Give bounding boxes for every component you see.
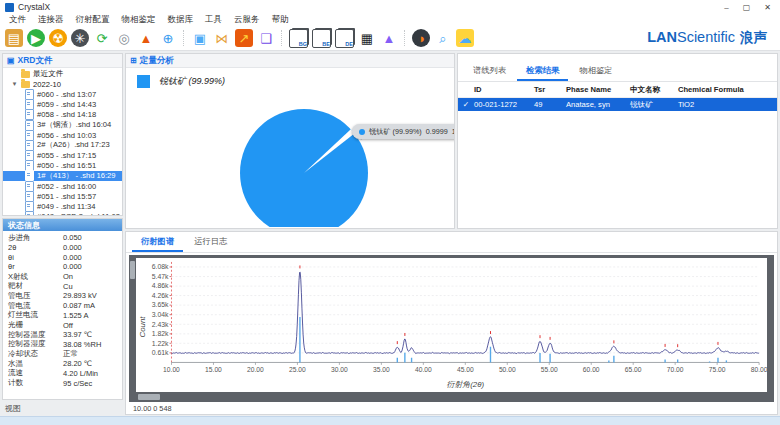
menu-item-6[interactable]: 云服务 xyxy=(234,14,260,26)
status-row: 控制器湿度38.08 %RH xyxy=(8,340,117,350)
menu-item-3[interactable]: 物相鉴定 xyxy=(122,14,156,26)
start-measure-icon[interactable]: ▶ xyxy=(27,29,45,47)
report-chart-icon[interactable]: ↗ xyxy=(235,29,253,47)
status-value: 4.20 L/Min xyxy=(63,369,98,378)
tree-file[interactable]: #051 - .shd 15:57 xyxy=(3,191,122,201)
refresh-icon[interactable]: ⟳ xyxy=(93,29,111,47)
status-row: θr0.000 xyxy=(8,262,117,272)
brand-logo: LANScientific浪声 xyxy=(647,29,775,47)
tree-file[interactable]: 1#（413） - .shd 16:29 xyxy=(3,171,122,181)
pie-chart[interactable] xyxy=(126,67,454,227)
calibrate-icon[interactable]: ⊕ xyxy=(159,29,177,47)
tree-file[interactable]: #055 - .shd 17:15 xyxy=(3,151,122,161)
balance-icon[interactable]: ⋈ xyxy=(213,29,231,47)
xray-icon[interactable]: ☢ xyxy=(49,29,67,47)
chart-tab-0[interactable]: 衍射图谱 xyxy=(132,234,183,252)
svg-text:3.65k: 3.65k xyxy=(152,301,169,308)
svg-text:45.00: 45.00 xyxy=(457,366,474,373)
menu-item-2[interactable]: 衍射配置 xyxy=(76,14,110,26)
pie-analysis-icon[interactable]: ◑ xyxy=(412,29,430,47)
be-file-icon[interactable]: BE xyxy=(312,29,331,48)
xrd-spectrum-chart[interactable]: 0.61k1.22k1.82k2.43k3.04k3.65k4.26k4.86k… xyxy=(136,258,767,392)
status-value: 33.97 ℃ xyxy=(63,330,92,339)
col-header-4[interactable]: Chemical Formula xyxy=(678,85,777,94)
svg-text:4.26k: 4.26k xyxy=(152,292,169,299)
svg-text:1.22k: 1.22k xyxy=(152,340,169,347)
col-header-1[interactable]: Tsr xyxy=(534,85,566,94)
svg-text:6.08k: 6.08k xyxy=(152,263,169,270)
results-tab-1[interactable]: 检索结果 xyxy=(517,63,568,81)
tree-folder[interactable]: 最近文件 xyxy=(3,69,122,79)
col-header-2[interactable]: Phase Name xyxy=(566,85,630,94)
tree-file[interactable]: #056 - .shd 10:03 xyxy=(3,130,122,140)
col-header-3[interactable]: 中文名称 xyxy=(630,85,678,95)
results-tab-0[interactable]: 谱线列表 xyxy=(464,63,515,81)
y-axis-label: Count xyxy=(138,316,147,338)
menu-item-5[interactable]: 工具 xyxy=(205,14,222,26)
horizontal-scrollbar-handle[interactable] xyxy=(138,394,160,400)
results-tab-2[interactable]: 物相鉴定 xyxy=(570,63,621,81)
file-icon xyxy=(25,170,34,181)
tree-file[interactable]: #060 - .shd 13:07 xyxy=(3,89,122,99)
toolbar-separator xyxy=(281,30,283,46)
status-row: 管电压29.893 kV xyxy=(8,291,117,301)
row-checkbox[interactable]: ✓ xyxy=(458,100,474,109)
caret-icon[interactable]: ▾ xyxy=(11,80,18,88)
row-cell-4: TiO2 xyxy=(678,100,777,109)
bg-file-icon[interactable]: BG xyxy=(289,29,308,48)
spectrum-icon[interactable]: ▲ xyxy=(137,29,155,47)
file-tree-title: XRD文件 xyxy=(18,55,53,67)
menu-item-7[interactable]: 帮助 xyxy=(272,14,289,26)
minimize-button[interactable]: – xyxy=(724,3,728,12)
tree-item-label: #050 - .shd 16:51 xyxy=(37,161,96,170)
table-row[interactable]: ✓00-021-127249Anatase, syn锐钛矿TiO2 xyxy=(458,98,777,111)
open-file-icon[interactable]: ▤ xyxy=(5,29,23,47)
tree-file[interactable]: 3#（钢渣）.shd 16:04 xyxy=(3,120,122,130)
tree-file[interactable]: #059 - .shd 14:43 xyxy=(3,100,122,110)
svg-text:80.00: 80.00 xyxy=(751,366,767,373)
shutter-icon[interactable]: ✳ xyxy=(71,29,89,47)
menu-item-0[interactable]: 文件 xyxy=(9,14,26,26)
file-icon xyxy=(25,211,34,215)
tree-file[interactable]: #050 - .shd 16:51 xyxy=(3,161,122,171)
search-peak-icon[interactable]: ⌕ xyxy=(434,29,452,47)
tree-file[interactable]: #049 - .shd 11:34 xyxy=(3,201,122,211)
vertical-scrollbar-handle[interactable] xyxy=(130,261,135,279)
status-key: 流速 xyxy=(8,368,63,378)
aperture-icon[interactable]: ◎ xyxy=(115,29,133,47)
diffraction-chart-panel: 衍射图谱运行日志 0.61k1.22k1.82k2.43k3.04k3.65k4… xyxy=(125,231,778,415)
tree-file[interactable]: 2#（A26）.shd 17:23 xyxy=(3,140,122,150)
tree-file[interactable]: #052 - .shd 16:00 xyxy=(3,181,122,191)
pie-legend: 锐钛矿 (99.99%) xyxy=(137,75,225,88)
quantitative-analysis-panel: ⊞ 定量分析 锐钛矿 (99.99%) 锐钛矿 (99.99%) 0.9999 xyxy=(125,53,455,229)
tree-item-label: #056 - .shd 10:03 xyxy=(37,131,96,140)
logo-lan: LAN xyxy=(647,29,677,45)
col-header-0[interactable]: ID xyxy=(474,85,534,94)
status-value: 0.000 xyxy=(63,253,82,262)
cloud-database-icon[interactable]: ☁ xyxy=(456,29,474,47)
legend-label: 锐钛矿 (99.99%) xyxy=(159,75,225,88)
left-column: ▣ XRD文件 最近文件▾2022-10#060 - .shd 13:07#05… xyxy=(2,53,123,415)
tree-folder[interactable]: ▾2022-10 xyxy=(3,79,122,89)
locked-file-icon[interactable]: ❑ xyxy=(257,29,275,47)
menu-item-4[interactable]: 数据库 xyxy=(168,14,194,26)
tree-item-label: #055 - .shd 17:15 xyxy=(37,151,96,160)
grid-data-icon[interactable]: ▦ xyxy=(358,29,376,47)
results-tabs: 谱线列表检索结果物相鉴定 xyxy=(458,63,777,82)
folder-icon xyxy=(21,81,30,88)
close-button[interactable]: ✕ xyxy=(764,3,771,12)
fingerprint-search-icon[interactable]: ▣ xyxy=(191,29,209,47)
mountain-icon[interactable]: ▲ xyxy=(380,29,398,47)
chart-tab-1[interactable]: 运行日志 xyxy=(185,234,236,252)
top-row: ⊞ 定量分析 锐钛矿 (99.99%) 锐钛矿 (99.99%) 0.9999 xyxy=(125,53,778,229)
status-row: 水温28.20 ℃ xyxy=(8,359,117,369)
status-panel-header: 状态信息 xyxy=(3,219,122,231)
tree-file[interactable]: #048 - SCB-2 .shd 11:02 xyxy=(3,212,122,215)
menu-item-1[interactable]: 连接器 xyxy=(38,14,64,26)
row-cell-3: 锐钛矿 xyxy=(630,100,678,110)
maximize-button[interactable]: ▢ xyxy=(743,3,751,12)
tree-file[interactable]: #058 - .shd 14:18 xyxy=(3,110,122,120)
status-key: 冷却状态 xyxy=(8,349,63,359)
chart-status-text: 10.00 0 548 xyxy=(129,402,774,414)
de-file-icon[interactable]: DE xyxy=(335,29,354,48)
